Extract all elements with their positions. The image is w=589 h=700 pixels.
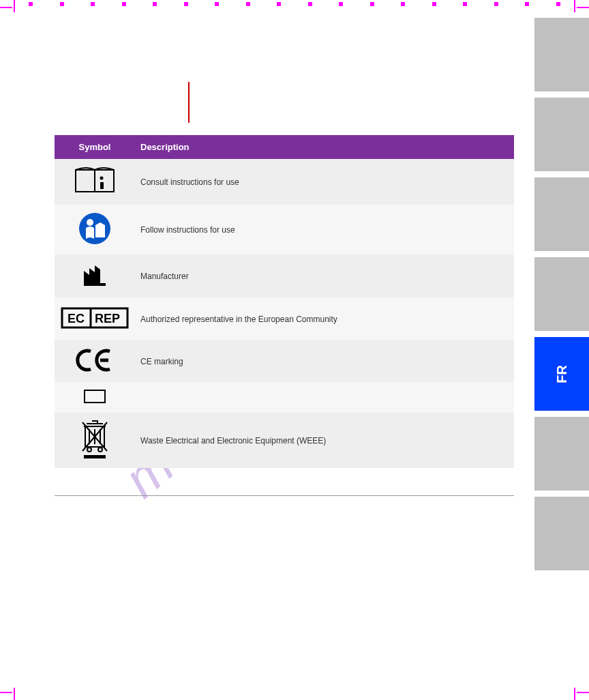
language-sidebar: FR (534, 18, 589, 570)
table-row: ECREP Authorized representative in the E… (55, 297, 514, 340)
crop-mark (577, 692, 589, 693)
svg-point-3 (79, 213, 110, 244)
svg-rect-6 (84, 283, 106, 286)
svg-text:REP: REP (95, 312, 120, 325)
callout-text (194, 86, 514, 127)
crop-mark (14, 688, 15, 700)
symbols-table: Symbol Description Consult instructions … (55, 135, 514, 468)
sidebar-tab-2[interactable] (534, 98, 589, 171)
sidebar-tab-7[interactable] (534, 497, 589, 570)
svg-point-18 (98, 448, 102, 452)
table-row: CE marking (55, 340, 514, 382)
svg-rect-12 (85, 390, 105, 403)
registration-dots (29, 2, 560, 8)
table-row: Waste Electrical and Electronic Equipmen… (55, 413, 514, 468)
svg-rect-2 (100, 182, 104, 189)
table-cell-desc (135, 382, 514, 413)
manufacturer-icon (81, 261, 108, 291)
svg-text:EC: EC (67, 312, 85, 325)
table-cell-desc: Consult instructions for use (135, 159, 514, 205)
svg-rect-5 (95, 225, 105, 237)
weee-icon (80, 420, 110, 461)
table-cell-desc: Follow instructions for use (135, 205, 514, 254)
table-header-symbol: Symbol (55, 135, 135, 159)
crop-mark (574, 0, 575, 12)
table-row: Consult instructions for use (55, 159, 514, 205)
crop-mark (0, 7, 12, 8)
table-cell-desc: Authorized representative in the Europea… (135, 297, 514, 340)
svg-point-1 (100, 177, 104, 180)
svg-point-17 (87, 448, 91, 452)
crop-mark (574, 688, 575, 700)
sidebar-tab-label: FR (554, 365, 570, 383)
footer-rule (55, 495, 514, 496)
sidebar-tab-5[interactable]: FR (534, 337, 589, 411)
svg-point-4 (87, 219, 93, 226)
svg-rect-21 (84, 455, 106, 458)
ec-rep-icon: ECREP (61, 304, 129, 334)
table-row: Follow instructions for use (55, 205, 514, 254)
sidebar-tab-4[interactable] (534, 257, 589, 331)
table-row: Manufacturer (55, 254, 514, 297)
table-cell-desc: CE marking (135, 340, 514, 382)
sidebar-tab-1[interactable] (534, 18, 589, 91)
page-body: Symbol Description Consult instructions … (55, 82, 514, 496)
table-cell-desc: Waste Electrical and Electronic Equipmen… (135, 413, 514, 468)
crop-mark (577, 7, 589, 8)
sidebar-tab-3[interactable] (534, 177, 589, 251)
manual-icon (74, 166, 115, 198)
crop-mark (14, 0, 15, 12)
table-header-description: Description (135, 135, 514, 159)
read-manual-icon (78, 212, 112, 248)
table-row (55, 382, 514, 413)
crop-mark (0, 692, 12, 693)
sidebar-tab-6[interactable] (534, 417, 589, 491)
rectangle-icon (83, 389, 106, 406)
ce-mark-icon (76, 347, 114, 375)
table-cell-desc: Manufacturer (135, 254, 514, 297)
